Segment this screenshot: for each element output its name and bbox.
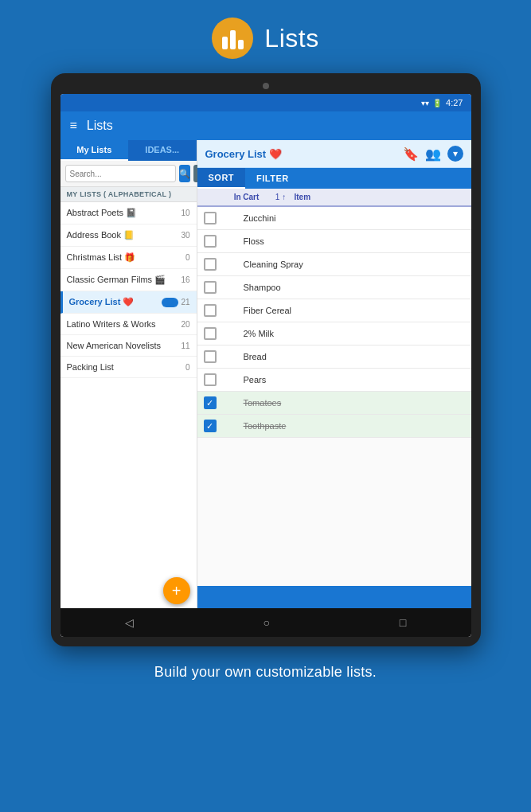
battery-icon: 🔋 bbox=[432, 99, 442, 107]
item-count: 20 bbox=[181, 320, 189, 329]
home-button[interactable]: ○ bbox=[264, 616, 270, 629]
top-header: Lists bbox=[212, 0, 318, 73]
item-name: Address Book 📒 bbox=[67, 230, 182, 240]
bottom-bar bbox=[197, 586, 471, 608]
sort-filter-bar: SORT FILTER bbox=[197, 168, 471, 189]
table-row-checked[interactable]: ✓ Toothpaste bbox=[197, 415, 471, 438]
row-name: Fiber Cereal bbox=[244, 306, 465, 315]
toolbar-title: Lists bbox=[87, 119, 113, 133]
shared-badge: 👤 bbox=[162, 298, 178, 307]
row-checkbox[interactable] bbox=[204, 327, 217, 340]
table-row[interactable]: 2% Milk bbox=[197, 322, 471, 345]
item-count: 11 bbox=[181, 342, 189, 350]
row-checkbox[interactable] bbox=[204, 281, 217, 294]
table-row[interactable]: Bread bbox=[197, 345, 471, 369]
list-item[interactable]: Abstract Poets 📓 10 bbox=[61, 202, 197, 224]
list-item[interactable]: Address Book 📒 30 bbox=[61, 224, 197, 247]
app-icon bbox=[212, 18, 253, 59]
item-name: Latino Writers & Works bbox=[67, 319, 182, 329]
list-item-christmas[interactable]: Christmas List 🎁 0 bbox=[61, 247, 197, 269]
search-button[interactable]: 🔍 bbox=[179, 165, 190, 182]
fab-area: + bbox=[61, 573, 197, 608]
table-row[interactable]: Zucchini bbox=[197, 207, 471, 230]
table-row[interactable]: Cleaning Spray bbox=[197, 253, 471, 276]
row-checkbox-checked[interactable]: ✓ bbox=[204, 396, 217, 409]
tablet-camera bbox=[263, 83, 269, 89]
bookmark-icon[interactable]: 🔖 bbox=[403, 146, 419, 162]
status-bar: ▾▾ 🔋 4:27 bbox=[61, 94, 471, 111]
sort-tab[interactable]: SORT bbox=[197, 168, 246, 189]
item-count: 10 bbox=[181, 209, 189, 217]
bar-left bbox=[222, 37, 228, 49]
items-table: In Cart 1 ↑ Item Zucchini Floss bbox=[197, 189, 471, 586]
bar-middle bbox=[230, 30, 236, 49]
right-header: Grocery List ❤️ 🔖 👥 ▾ bbox=[197, 140, 471, 168]
th-num: 1 ↑ bbox=[272, 193, 290, 201]
item-name: Classic German Films 🎬 bbox=[67, 275, 182, 285]
status-icons: ▾▾ 🔋 bbox=[421, 99, 442, 107]
item-name: Packing List bbox=[67, 362, 185, 372]
row-checkbox[interactable] bbox=[204, 373, 217, 386]
item-name: Abstract Poets 📓 bbox=[67, 208, 182, 218]
item-count: 16 bbox=[181, 275, 189, 284]
table-header: In Cart 1 ↑ Item bbox=[197, 189, 471, 207]
row-name: Pears bbox=[244, 375, 465, 385]
tablet-screen: ▾▾ 🔋 4:27 ≡ Lists My Lists IDEAS... bbox=[61, 94, 471, 637]
table-row-checked[interactable]: ✓ Tomatoes bbox=[197, 392, 471, 415]
sidebar: My Lists IDEAS... 🔍 SORT ↕ MY LISTS ( AL… bbox=[61, 140, 197, 608]
item-name: New American Novelists bbox=[67, 341, 182, 350]
search-icon: 🔍 bbox=[179, 169, 190, 179]
list-item-packing[interactable]: Packing List 0 bbox=[61, 357, 197, 378]
row-name: Shampoo bbox=[244, 283, 465, 292]
right-actions: 🔖 👥 ▾ bbox=[403, 146, 463, 162]
tagline: Build your own customizable lists. bbox=[154, 664, 377, 681]
item-count: 30 bbox=[181, 231, 189, 240]
item-count: 0 bbox=[185, 253, 190, 262]
row-checkbox-checked[interactable]: ✓ bbox=[204, 420, 217, 432]
tab-my-lists[interactable]: My Lists bbox=[61, 140, 129, 161]
right-panel: Grocery List ❤️ 🔖 👥 ▾ SORT FILTER bbox=[197, 140, 471, 608]
row-name: Tomatoes bbox=[244, 398, 465, 408]
status-time: 4:27 bbox=[446, 98, 463, 107]
filter-tab[interactable]: FILTER bbox=[245, 168, 300, 189]
search-input[interactable] bbox=[65, 165, 176, 182]
list-item-grocery[interactable]: Grocery List ❤️ 👤 21 bbox=[61, 291, 197, 314]
table-row[interactable]: Fiber Cereal bbox=[197, 299, 471, 322]
table-row[interactable]: Floss bbox=[197, 230, 471, 253]
row-checkbox[interactable] bbox=[204, 212, 217, 224]
wifi-icon: ▾▾ bbox=[421, 99, 429, 107]
back-button[interactable]: ◁ bbox=[125, 616, 134, 629]
list-item[interactable]: New American Novelists 11 bbox=[61, 335, 197, 357]
recents-button[interactable]: □ bbox=[400, 616, 406, 629]
item-name: Christmas List 🎁 bbox=[67, 252, 185, 263]
list-item[interactable]: Latino Writers & Works 20 bbox=[61, 314, 197, 335]
tablet-frame: ▾▾ 🔋 4:27 ≡ Lists My Lists IDEAS... bbox=[51, 73, 481, 646]
chevron-down-icon[interactable]: ▾ bbox=[447, 146, 463, 162]
row-name: 2% Milk bbox=[244, 329, 465, 338]
row-name: Floss bbox=[244, 236, 465, 246]
app-toolbar: ≡ Lists bbox=[61, 111, 471, 140]
table-row[interactable]: Shampoo bbox=[197, 276, 471, 299]
row-checkbox[interactable] bbox=[204, 235, 217, 248]
fab-button[interactable]: + bbox=[163, 577, 190, 604]
table-row[interactable]: Pears bbox=[197, 369, 471, 392]
row-name: Bread bbox=[244, 352, 465, 361]
item-count: 21 bbox=[181, 298, 189, 306]
person-add-icon[interactable]: 👥 bbox=[425, 146, 441, 162]
row-name: Zucchini bbox=[244, 213, 465, 223]
th-item: Item bbox=[295, 193, 465, 201]
row-name: Cleaning Spray bbox=[244, 260, 465, 269]
item-count: 0 bbox=[185, 363, 190, 372]
hamburger-icon[interactable]: ≡ bbox=[70, 119, 77, 133]
bar-right bbox=[238, 40, 244, 49]
sidebar-tabs: My Lists IDEAS... bbox=[61, 140, 197, 161]
app-title: Lists bbox=[264, 24, 318, 53]
row-checkbox[interactable] bbox=[204, 304, 217, 317]
android-nav: ◁ ○ □ bbox=[61, 608, 471, 637]
list-items: Abstract Poets 📓 10 Address Book 📒 30 Ch… bbox=[61, 202, 197, 573]
th-incart: In Cart bbox=[226, 193, 267, 201]
tab-ideas[interactable]: IDEAS... bbox=[128, 140, 197, 161]
row-checkbox[interactable] bbox=[204, 350, 217, 363]
list-item[interactable]: Classic German Films 🎬 16 bbox=[61, 269, 197, 291]
row-checkbox[interactable] bbox=[204, 258, 217, 271]
